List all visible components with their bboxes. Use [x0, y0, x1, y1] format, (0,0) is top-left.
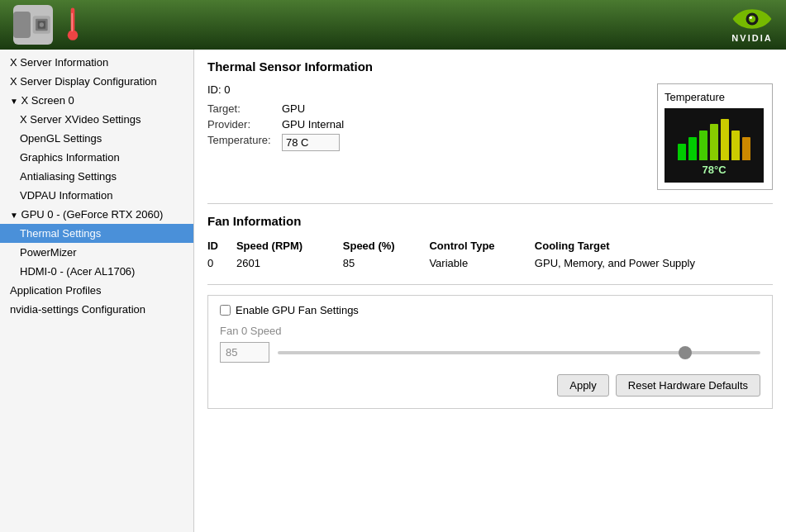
temperature-bar — [742, 137, 750, 160]
header: NVIDIA — [0, 0, 786, 50]
divider-2 — [207, 284, 773, 285]
fan-section-title: Fan Information — [207, 214, 773, 228]
divider-1 — [207, 203, 773, 204]
temperature-bar — [699, 131, 707, 160]
sidebar-item-thermal-settings[interactable]: Thermal Settings — [0, 224, 193, 243]
temperature-box: Temperature 78°C — [657, 83, 773, 190]
nvidia-eye-icon — [731, 7, 773, 31]
sensor-details: ID: 0 Target: GPU Provider: GPU Internal… — [207, 83, 641, 190]
svg-point-8 — [749, 16, 755, 22]
fan-col-id: ID — [207, 238, 236, 255]
temperature-bar — [731, 131, 740, 160]
sidebar-item-gpu-0[interactable]: ▼ GPU 0 - (GeForce RTX 2060) — [0, 205, 193, 224]
nvidia-brand-text: NVIDIA — [731, 33, 772, 43]
sidebar-item-nvidia-settings-config[interactable]: nvidia-settings Configuration — [0, 300, 193, 319]
sensor-panel: ID: 0 Target: GPU Provider: GPU Internal… — [207, 83, 773, 190]
temperature-bar — [721, 119, 729, 160]
buttons-row: Apply Reset Hardware Defaults — [220, 374, 760, 397]
sidebar-item-hdmi-0[interactable]: HDMI-0 - (Acer AL1706) — [0, 262, 193, 281]
thermometer-icon — [63, 7, 83, 43]
main-layout: X Server InformationX Server Display Con… — [0, 50, 786, 532]
fan-cell-speed_pct: 85 — [343, 255, 430, 271]
temperature-reading: 78°C — [702, 164, 726, 176]
sidebar-item-vdpau-information[interactable]: VDPAU Information — [0, 186, 193, 205]
fan-table: IDSpeed (RPM)Speed (%)Control TypeCoolin… — [207, 238, 773, 271]
fan-speed-input — [220, 342, 269, 363]
enable-fan-settings-row: Enable GPU Fan Settings — [220, 304, 760, 316]
fan-cell-id: 0 — [207, 255, 236, 271]
fan-col-speed--rpm-: Speed (RPM) — [236, 238, 343, 255]
chip-icon — [13, 5, 53, 45]
apply-button[interactable]: Apply — [557, 374, 609, 397]
sensor-table: Target: GPU Provider: GPU Internal Tempe… — [207, 101, 350, 153]
temperature-display: 78°C — [665, 108, 764, 183]
temperature-bar — [678, 144, 686, 160]
temperature-input[interactable] — [282, 134, 340, 151]
sensor-id: ID: 0 — [207, 83, 641, 96]
sidebar-item-graphics-information[interactable]: Graphics Information — [0, 148, 193, 167]
fan-table-row: 0260185VariableGPU, Memory, and Power Su… — [207, 255, 773, 271]
temperature-label: Temperature: — [207, 132, 282, 153]
fan-speed-slider-thumb[interactable] — [679, 346, 692, 359]
sidebar-item-antialiasing-settings[interactable]: Antialiasing Settings — [0, 167, 193, 186]
target-label: Target: — [207, 101, 282, 116]
sidebar-item-x-server-info[interactable]: X Server Information — [0, 53, 193, 72]
sidebar-item-x-screen-0[interactable]: ▼ X Screen 0 — [0, 91, 193, 110]
temperature-bar — [710, 124, 718, 160]
section-title: Thermal Sensor Information — [207, 59, 773, 74]
content-area: Thermal Sensor Information ID: 0 Target:… — [194, 50, 786, 532]
fan-cell-cooling_target: GPU, Memory, and Power Supply — [535, 255, 773, 271]
fan-col-control-type: Control Type — [429, 238, 534, 255]
sidebar-item-opengl-settings[interactable]: OpenGL Settings — [0, 129, 193, 148]
fan-cell-speed_rpm: 2601 — [236, 255, 343, 271]
svg-point-9 — [750, 17, 752, 19]
fan-speed-row — [220, 342, 760, 363]
sidebar-item-powermizer[interactable]: PowerMizer — [0, 243, 193, 262]
header-logo — [13, 5, 83, 45]
svg-point-5 — [68, 30, 79, 40]
temperature-bar-chart — [678, 115, 750, 160]
sidebar-item-x-server-xvideo[interactable]: X Server XVideo Settings — [0, 110, 193, 129]
provider-label: Provider: — [207, 116, 282, 132]
fan-col-cooling-target: Cooling Target — [535, 238, 773, 255]
target-value: GPU — [282, 101, 350, 116]
fan-speed-label: Fan 0 Speed — [220, 325, 760, 337]
triangle-icon: ▼ — [10, 97, 18, 106]
triangle-icon: ▼ — [10, 211, 18, 220]
fan-col-speed----: Speed (%) — [343, 238, 430, 255]
provider-value: GPU Internal — [282, 116, 350, 132]
temperature-box-title: Temperature — [665, 91, 765, 103]
reset-hardware-defaults-button[interactable]: Reset Hardware Defaults — [616, 374, 760, 397]
enable-fan-checkbox[interactable] — [220, 305, 231, 316]
sidebar-item-application-profiles[interactable]: Application Profiles — [0, 281, 193, 300]
fan-settings-panel: Enable GPU Fan Settings Fan 0 Speed Appl… — [207, 295, 773, 409]
fan-cell-control_type: Variable — [429, 255, 534, 271]
enable-fan-label: Enable GPU Fan Settings — [236, 304, 359, 316]
fan-speed-slider-track[interactable] — [278, 351, 760, 354]
sidebar-item-x-server-display-config[interactable]: X Server Display Configuration — [0, 72, 193, 91]
nvidia-logo: NVIDIA — [731, 7, 773, 43]
svg-rect-6 — [71, 13, 73, 31]
sidebar: X Server InformationX Server Display Con… — [0, 50, 194, 532]
svg-point-3 — [40, 22, 44, 26]
temperature-bar — [688, 137, 697, 160]
